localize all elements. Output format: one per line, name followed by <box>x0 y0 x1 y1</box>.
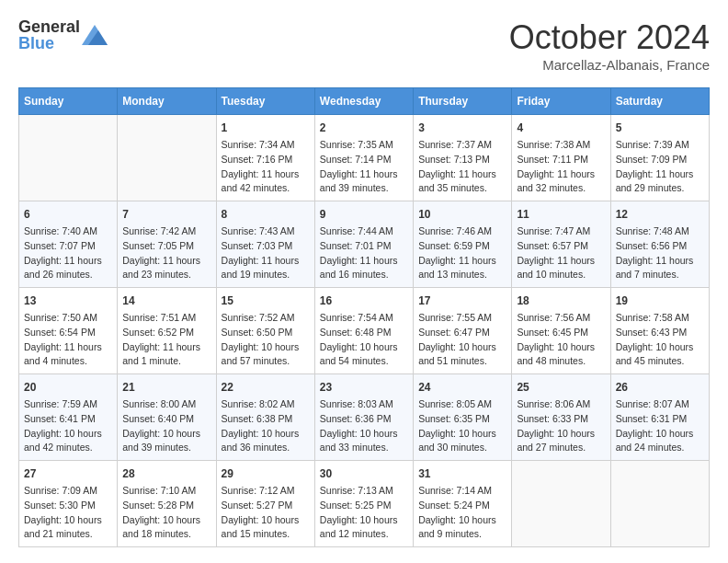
day-header-friday: Friday <box>512 88 610 115</box>
calendar-cell: 7Sunrise: 7:42 AM Sunset: 7:05 PM Daylig… <box>118 201 216 288</box>
calendar-cell: 20Sunrise: 7:59 AM Sunset: 6:41 PM Dayli… <box>19 374 118 461</box>
calendar-cell: 19Sunrise: 7:58 AM Sunset: 6:43 PM Dayli… <box>610 288 709 374</box>
calendar-cell: 5Sunrise: 7:39 AM Sunset: 7:09 PM Daylig… <box>610 115 709 201</box>
calendar-cell: 29Sunrise: 7:12 AM Sunset: 5:27 PM Dayli… <box>216 461 314 547</box>
cell-info: Sunrise: 7:47 AM Sunset: 6:57 PM Dayligh… <box>517 224 605 282</box>
calendar-cell: 6Sunrise: 7:40 AM Sunset: 7:07 PM Daylig… <box>19 201 118 288</box>
cell-info: Sunrise: 7:48 AM Sunset: 6:56 PM Dayligh… <box>616 224 704 282</box>
day-number: 14 <box>122 293 210 309</box>
day-header-thursday: Thursday <box>414 88 512 115</box>
week-row-3: 13Sunrise: 7:50 AM Sunset: 6:54 PM Dayli… <box>19 288 710 374</box>
calendar-cell: 15Sunrise: 7:52 AM Sunset: 6:50 PM Dayli… <box>216 288 314 374</box>
calendar-cell: 11Sunrise: 7:47 AM Sunset: 6:57 PM Dayli… <box>512 201 610 288</box>
cell-info: Sunrise: 7:12 AM Sunset: 5:27 PM Dayligh… <box>222 484 310 542</box>
calendar-cell: 16Sunrise: 7:54 AM Sunset: 6:48 PM Dayli… <box>314 288 413 374</box>
cell-info: Sunrise: 7:14 AM Sunset: 5:24 PM Dayligh… <box>418 484 506 542</box>
cell-info: Sunrise: 7:46 AM Sunset: 6:59 PM Dayligh… <box>418 224 506 282</box>
day-number: 24 <box>418 379 506 396</box>
calendar-cell: 8Sunrise: 7:43 AM Sunset: 7:03 PM Daylig… <box>216 201 314 288</box>
cell-info: Sunrise: 7:35 AM Sunset: 7:14 PM Dayligh… <box>320 138 408 196</box>
day-number: 16 <box>320 293 408 309</box>
day-number: 23 <box>320 379 408 396</box>
cell-info: Sunrise: 7:40 AM Sunset: 7:07 PM Dayligh… <box>24 224 112 282</box>
logo-blue: Blue <box>18 35 80 52</box>
calendar-cell: 14Sunrise: 7:51 AM Sunset: 6:52 PM Dayli… <box>118 288 216 374</box>
calendar-cell: 21Sunrise: 8:00 AM Sunset: 6:40 PM Dayli… <box>118 374 216 461</box>
calendar-cell: 4Sunrise: 7:38 AM Sunset: 7:11 PM Daylig… <box>512 115 610 201</box>
cell-info: Sunrise: 7:51 AM Sunset: 6:52 PM Dayligh… <box>122 311 210 369</box>
day-number: 30 <box>320 465 408 482</box>
day-number: 18 <box>517 293 605 309</box>
logo-icon <box>82 25 108 45</box>
calendar-cell: 24Sunrise: 8:05 AM Sunset: 6:35 PM Dayli… <box>414 374 512 461</box>
day-number: 25 <box>517 379 605 396</box>
calendar-body: 1Sunrise: 7:34 AM Sunset: 7:16 PM Daylig… <box>19 115 710 547</box>
cell-info: Sunrise: 8:05 AM Sunset: 6:35 PM Dayligh… <box>418 397 506 455</box>
calendar-cell: 25Sunrise: 8:06 AM Sunset: 6:33 PM Dayli… <box>512 374 610 461</box>
week-row-5: 27Sunrise: 7:09 AM Sunset: 5:30 PM Dayli… <box>19 461 710 547</box>
week-row-1: 1Sunrise: 7:34 AM Sunset: 7:16 PM Daylig… <box>19 115 710 201</box>
cell-info: Sunrise: 7:34 AM Sunset: 7:16 PM Dayligh… <box>222 138 310 196</box>
day-number: 27 <box>24 465 112 482</box>
cell-info: Sunrise: 7:38 AM Sunset: 7:11 PM Dayligh… <box>517 138 605 196</box>
day-header-saturday: Saturday <box>610 88 709 115</box>
cell-info: Sunrise: 7:37 AM Sunset: 7:13 PM Dayligh… <box>418 138 506 196</box>
day-number: 1 <box>222 120 310 136</box>
cell-info: Sunrise: 7:54 AM Sunset: 6:48 PM Dayligh… <box>320 311 408 369</box>
calendar-cell: 17Sunrise: 7:55 AM Sunset: 6:47 PM Dayli… <box>414 288 512 374</box>
cell-info: Sunrise: 8:03 AM Sunset: 6:36 PM Dayligh… <box>320 397 408 455</box>
day-number: 19 <box>616 293 704 309</box>
calendar-cell: 13Sunrise: 7:50 AM Sunset: 6:54 PM Dayli… <box>19 288 118 374</box>
day-number: 7 <box>122 206 210 223</box>
calendar-cell: 10Sunrise: 7:46 AM Sunset: 6:59 PM Dayli… <box>414 201 512 288</box>
cell-info: Sunrise: 7:44 AM Sunset: 7:01 PM Dayligh… <box>320 224 408 282</box>
day-number: 2 <box>320 120 408 136</box>
calendar-table: SundayMondayTuesdayWednesdayThursdayFrid… <box>18 87 710 547</box>
calendar-cell: 28Sunrise: 7:10 AM Sunset: 5:28 PM Dayli… <box>118 461 216 547</box>
day-number: 28 <box>122 465 210 482</box>
calendar-header-row: SundayMondayTuesdayWednesdayThursdayFrid… <box>19 88 710 115</box>
logo: General Blue <box>18 18 108 52</box>
cell-info: Sunrise: 8:06 AM Sunset: 6:33 PM Dayligh… <box>517 397 605 455</box>
day-number: 20 <box>24 379 112 396</box>
day-header-tuesday: Tuesday <box>216 88 314 115</box>
month-title: October 2024 <box>509 18 710 57</box>
calendar-cell: 3Sunrise: 7:37 AM Sunset: 7:13 PM Daylig… <box>414 115 512 201</box>
cell-info: Sunrise: 8:00 AM Sunset: 6:40 PM Dayligh… <box>122 397 210 455</box>
day-number: 10 <box>418 206 506 223</box>
calendar-cell: 31Sunrise: 7:14 AM Sunset: 5:24 PM Dayli… <box>414 461 512 547</box>
day-number: 13 <box>24 293 112 309</box>
calendar-cell <box>19 115 118 201</box>
calendar-cell: 23Sunrise: 8:03 AM Sunset: 6:36 PM Dayli… <box>314 374 413 461</box>
cell-info: Sunrise: 7:43 AM Sunset: 7:03 PM Dayligh… <box>222 224 310 282</box>
day-header-sunday: Sunday <box>19 88 118 115</box>
calendar-cell <box>118 115 216 201</box>
day-number: 21 <box>122 379 210 396</box>
day-number: 4 <box>517 120 605 136</box>
day-number: 5 <box>616 120 704 136</box>
cell-info: Sunrise: 7:58 AM Sunset: 6:43 PM Dayligh… <box>616 311 704 369</box>
day-header-wednesday: Wednesday <box>314 88 413 115</box>
day-header-monday: Monday <box>118 88 216 115</box>
day-number: 22 <box>222 379 310 396</box>
subtitle: Marcellaz-Albanais, France <box>509 57 710 73</box>
calendar-cell: 18Sunrise: 7:56 AM Sunset: 6:45 PM Dayli… <box>512 288 610 374</box>
day-number: 31 <box>418 465 506 482</box>
logo-general: General <box>18 18 80 35</box>
calendar-cell: 30Sunrise: 7:13 AM Sunset: 5:25 PM Dayli… <box>314 461 413 547</box>
day-number: 8 <box>222 206 310 223</box>
calendar-cell <box>610 461 709 547</box>
title-block: October 2024 Marcellaz-Albanais, France <box>509 18 710 73</box>
page-header: General Blue October 2024 Marcellaz-Alba… <box>18 18 710 73</box>
cell-info: Sunrise: 7:56 AM Sunset: 6:45 PM Dayligh… <box>517 311 605 369</box>
cell-info: Sunrise: 7:09 AM Sunset: 5:30 PM Dayligh… <box>24 484 112 542</box>
cell-info: Sunrise: 8:02 AM Sunset: 6:38 PM Dayligh… <box>222 397 310 455</box>
calendar-cell: 26Sunrise: 8:07 AM Sunset: 6:31 PM Dayli… <box>610 374 709 461</box>
day-number: 11 <box>517 206 605 223</box>
cell-info: Sunrise: 7:52 AM Sunset: 6:50 PM Dayligh… <box>222 311 310 369</box>
calendar-cell: 27Sunrise: 7:09 AM Sunset: 5:30 PM Dayli… <box>19 461 118 547</box>
day-number: 9 <box>320 206 408 223</box>
calendar-cell: 22Sunrise: 8:02 AM Sunset: 6:38 PM Dayli… <box>216 374 314 461</box>
cell-info: Sunrise: 7:55 AM Sunset: 6:47 PM Dayligh… <box>418 311 506 369</box>
cell-info: Sunrise: 8:07 AM Sunset: 6:31 PM Dayligh… <box>616 397 704 455</box>
